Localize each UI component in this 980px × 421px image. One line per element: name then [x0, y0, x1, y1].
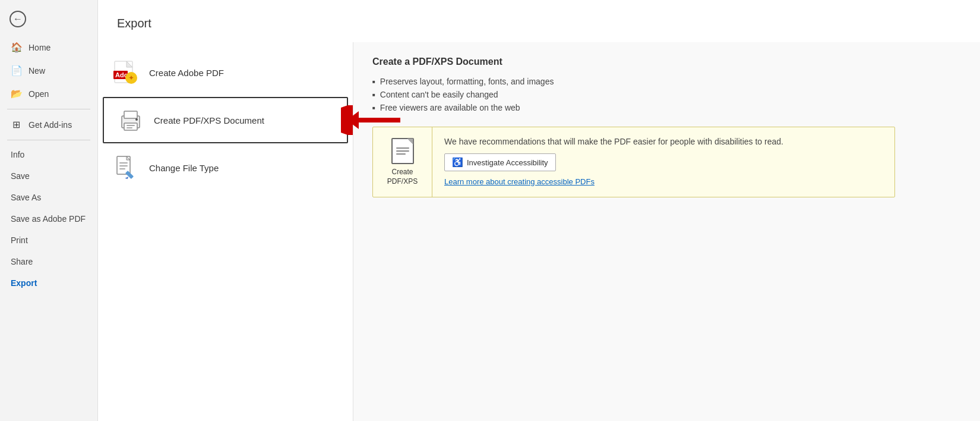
sidebar-item-share[interactable]: Share [0, 251, 97, 272]
home-icon: 🏠 [11, 42, 21, 53]
adobe-pdf-icon: Adobe ✦ [113, 60, 138, 85]
create-pdf-xps-button[interactable]: Create PDF/XPS [373, 127, 432, 197]
sidebar-item-open[interactable]: 📂 Open [0, 82, 97, 105]
sidebar-item-label: Get Add-ins [29, 120, 72, 130]
new-icon: 📄 [11, 65, 21, 76]
svg-rect-16 [119, 162, 128, 164]
accessibility-box: Create PDF/XPS We have recommendations t… [372, 127, 895, 197]
export-option-adobe-pdf[interactable]: Adobe ✦ Create Adobe PDF [98, 49, 353, 96]
sidebar-item-save[interactable]: Save [0, 165, 97, 187]
svg-rect-9 [127, 125, 135, 126]
svg-rect-18 [119, 168, 125, 169]
sidebar-divider-2 [7, 140, 90, 140]
bullet-2: Content can't be easily changed [372, 90, 961, 99]
sidebar-item-save-as[interactable]: Save As [0, 187, 97, 208]
export-option-change-file-type[interactable]: Change File Type [98, 144, 353, 191]
sidebar-item-home[interactable]: 🏠 Home [0, 36, 97, 59]
change-file-type-icon [113, 155, 138, 180]
svg-rect-17 [119, 165, 128, 166]
accessibility-content: We have recommendations that will make t… [432, 127, 894, 197]
bullet-3: Free viewers are available on the web [372, 103, 961, 112]
investigate-label: Investigate Accessibility [467, 158, 548, 167]
export-options-panel: Adobe ✦ Create Adobe PDF [98, 42, 353, 421]
accessibility-learn-more-link[interactable]: Learn more about creating accessible PDF… [444, 177, 883, 186]
sidebar-item-save-as-adobe[interactable]: Save as Adobe PDF [0, 208, 97, 230]
change-file-type-label: Change File Type [149, 163, 219, 173]
create-pdf-label: Create PDF/XPS [387, 168, 418, 186]
sidebar: ← 🏠 Home 📄 New 📂 Open ⊞ Get Add-ins Info… [0, 0, 98, 421]
create-pdf-icon [391, 138, 414, 164]
export-detail-panel: Create a PDF/XPS Document Preserves layo… [353, 42, 980, 421]
detail-bullets: Preserves layout, formatting, fonts, and… [372, 77, 961, 112]
back-icon: ← [10, 11, 26, 27]
main-content: Export Adobe ✦ [98, 0, 980, 421]
sidebar-item-get-add-ins[interactable]: ⊞ Get Add-ins [0, 113, 97, 136]
sidebar-item-print[interactable]: Print [0, 230, 97, 251]
sidebar-item-label: New [29, 66, 45, 76]
adobe-pdf-label: Create Adobe PDF [149, 68, 224, 78]
accessibility-text: We have recommendations that will make t… [444, 137, 883, 146]
back-button[interactable]: ← [0, 5, 97, 33]
export-body: Adobe ✦ Create Adobe PDF [98, 42, 980, 421]
investigate-icon: ♿ [452, 157, 463, 168]
svg-text:✦: ✦ [128, 74, 134, 82]
detail-title: Create a PDF/XPS Document [372, 56, 961, 67]
page-title: Export [98, 0, 980, 42]
svg-rect-10 [127, 127, 132, 128]
pdf-xps-icon [118, 108, 143, 133]
add-ins-icon: ⊞ [11, 119, 21, 130]
sidebar-item-label: Open [29, 89, 49, 99]
open-icon: 📂 [11, 88, 21, 99]
svg-rect-8 [124, 123, 137, 130]
sidebar-divider [7, 109, 90, 109]
sidebar-item-label: Home [29, 43, 50, 52]
sidebar-item-new[interactable]: 📄 New [0, 59, 97, 82]
svg-point-11 [135, 118, 138, 121]
pdf-xps-label: Create PDF/XPS Document [154, 115, 264, 125]
sidebar-item-info[interactable]: Info [0, 144, 97, 165]
bullet-1: Preserves layout, formatting, fonts, and… [372, 77, 961, 86]
sidebar-item-export[interactable]: Export [0, 272, 97, 294]
export-option-pdf-xps[interactable]: Create PDF/XPS Document [103, 97, 348, 143]
svg-rect-7 [124, 111, 137, 118]
investigate-accessibility-button[interactable]: ♿ Investigate Accessibility [444, 153, 556, 171]
